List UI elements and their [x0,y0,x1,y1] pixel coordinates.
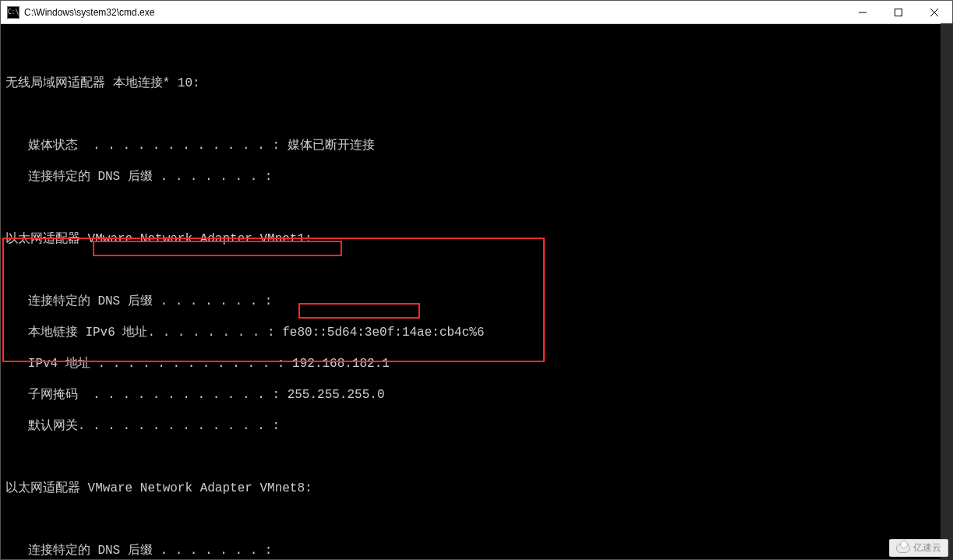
console-output[interactable]: 无线局域网适配器 本地连接* 10: 媒体状态 . . . . . . . . … [1,24,952,559]
field-label: 本地链接 IPv6 地址 [28,326,148,340]
cloud-icon [896,544,910,553]
cmd-icon: C:\ [7,6,19,19]
adapter-header: 无线局域网适配器 本地连接* 10: [5,76,200,90]
window-title: C:\Windows\system32\cmd.exe [24,7,154,18]
watermark-badge: 亿速云 [889,539,948,557]
field-label: 连接特定的 DNS 后缀 [28,170,153,184]
adapter-name-vmnet8: VMware Network Adapter VMnet8: [88,481,312,495]
adapter-header-prefix: 以太网适配器 [5,232,80,246]
adapter-header-prefix: 以太网适配器 [5,481,80,495]
field-value: 255.255.255.0 [288,388,385,402]
field-value: 媒体已断开连接 [288,139,375,153]
field-value: 192.168.182.1 [292,357,390,371]
vertical-scrollbar[interactable] [941,23,953,560]
svg-rect-1 [895,9,902,16]
field-label: IPv4 地址 [28,357,90,371]
cmd-window: C:\ C:\Windows\system32\cmd.exe 无线局域网适配器… [0,0,953,560]
adapter-name: VMware Network Adapter VMnet1: [88,232,312,246]
field-label: 默认网关 [28,419,78,433]
field-value: fe80::5d64:3e0f:14ae:cb4c%6 [282,326,484,340]
minimize-button[interactable] [845,1,881,24]
field-label: 媒体状态 [28,139,78,153]
field-label: 连接特定的 DNS 后缀 [28,544,153,558]
field-label: 连接特定的 DNS 后缀 [28,294,153,308]
close-button[interactable] [916,1,952,24]
maximize-button[interactable] [881,1,916,24]
titlebar[interactable]: C:\ C:\Windows\system32\cmd.exe [1,1,952,24]
watermark-text: 亿速云 [913,541,941,555]
field-label: 子网掩码 [28,388,78,402]
